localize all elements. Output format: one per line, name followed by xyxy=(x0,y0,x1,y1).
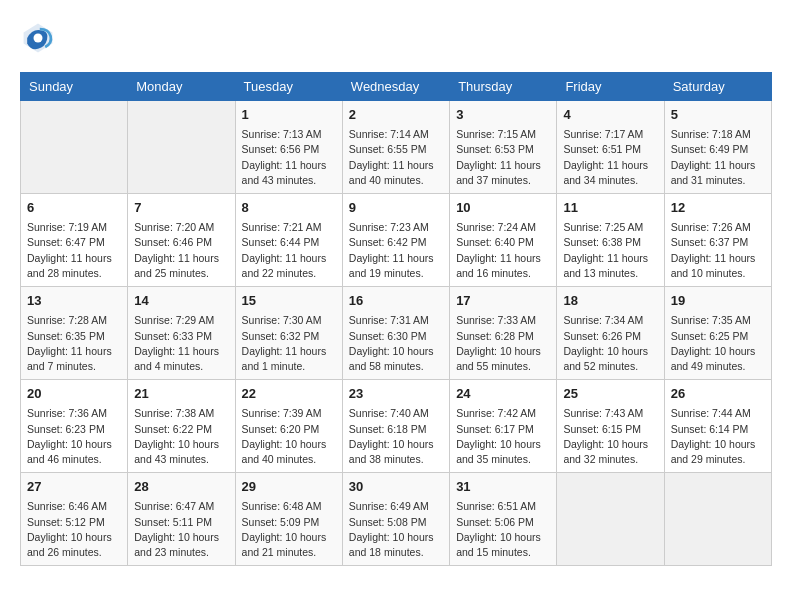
calendar-cell xyxy=(21,101,128,194)
page-header xyxy=(20,20,772,56)
day-number: 21 xyxy=(134,385,228,403)
calendar-cell: 17Sunrise: 7:33 AM Sunset: 6:28 PM Dayli… xyxy=(450,287,557,380)
day-number: 30 xyxy=(349,478,443,496)
calendar-cell: 25Sunrise: 7:43 AM Sunset: 6:15 PM Dayli… xyxy=(557,380,664,473)
weekday-header-saturday: Saturday xyxy=(664,73,771,101)
calendar-cell: 18Sunrise: 7:34 AM Sunset: 6:26 PM Dayli… xyxy=(557,287,664,380)
calendar-table: SundayMondayTuesdayWednesdayThursdayFrid… xyxy=(20,72,772,566)
calendar-cell: 10Sunrise: 7:24 AM Sunset: 6:40 PM Dayli… xyxy=(450,194,557,287)
day-info: Sunrise: 6:46 AM Sunset: 5:12 PM Dayligh… xyxy=(27,499,121,560)
calendar-body: 1Sunrise: 7:13 AM Sunset: 6:56 PM Daylig… xyxy=(21,101,772,566)
calendar-cell: 31Sunrise: 6:51 AM Sunset: 5:06 PM Dayli… xyxy=(450,473,557,566)
day-info: Sunrise: 7:35 AM Sunset: 6:25 PM Dayligh… xyxy=(671,313,765,374)
day-number: 1 xyxy=(242,106,336,124)
day-number: 5 xyxy=(671,106,765,124)
day-info: Sunrise: 6:49 AM Sunset: 5:08 PM Dayligh… xyxy=(349,499,443,560)
day-number: 17 xyxy=(456,292,550,310)
day-info: Sunrise: 7:19 AM Sunset: 6:47 PM Dayligh… xyxy=(27,220,121,281)
calendar-cell: 23Sunrise: 7:40 AM Sunset: 6:18 PM Dayli… xyxy=(342,380,449,473)
calendar-cell: 11Sunrise: 7:25 AM Sunset: 6:38 PM Dayli… xyxy=(557,194,664,287)
calendar-cell: 19Sunrise: 7:35 AM Sunset: 6:25 PM Dayli… xyxy=(664,287,771,380)
day-number: 6 xyxy=(27,199,121,217)
day-number: 8 xyxy=(242,199,336,217)
day-info: Sunrise: 7:25 AM Sunset: 6:38 PM Dayligh… xyxy=(563,220,657,281)
day-info: Sunrise: 7:39 AM Sunset: 6:20 PM Dayligh… xyxy=(242,406,336,467)
day-info: Sunrise: 7:21 AM Sunset: 6:44 PM Dayligh… xyxy=(242,220,336,281)
svg-point-2 xyxy=(34,34,43,43)
day-number: 7 xyxy=(134,199,228,217)
calendar-cell: 7Sunrise: 7:20 AM Sunset: 6:46 PM Daylig… xyxy=(128,194,235,287)
calendar-cell xyxy=(557,473,664,566)
day-number: 14 xyxy=(134,292,228,310)
day-number: 19 xyxy=(671,292,765,310)
weekday-header-tuesday: Tuesday xyxy=(235,73,342,101)
day-info: Sunrise: 6:51 AM Sunset: 5:06 PM Dayligh… xyxy=(456,499,550,560)
day-info: Sunrise: 6:48 AM Sunset: 5:09 PM Dayligh… xyxy=(242,499,336,560)
day-info: Sunrise: 7:44 AM Sunset: 6:14 PM Dayligh… xyxy=(671,406,765,467)
day-info: Sunrise: 7:29 AM Sunset: 6:33 PM Dayligh… xyxy=(134,313,228,374)
calendar-cell: 20Sunrise: 7:36 AM Sunset: 6:23 PM Dayli… xyxy=(21,380,128,473)
day-number: 26 xyxy=(671,385,765,403)
calendar-cell: 21Sunrise: 7:38 AM Sunset: 6:22 PM Dayli… xyxy=(128,380,235,473)
calendar-cell: 30Sunrise: 6:49 AM Sunset: 5:08 PM Dayli… xyxy=(342,473,449,566)
day-number: 2 xyxy=(349,106,443,124)
day-info: Sunrise: 7:15 AM Sunset: 6:53 PM Dayligh… xyxy=(456,127,550,188)
calendar-cell: 29Sunrise: 6:48 AM Sunset: 5:09 PM Dayli… xyxy=(235,473,342,566)
week-row-5: 27Sunrise: 6:46 AM Sunset: 5:12 PM Dayli… xyxy=(21,473,772,566)
calendar-cell: 13Sunrise: 7:28 AM Sunset: 6:35 PM Dayli… xyxy=(21,287,128,380)
calendar-cell: 16Sunrise: 7:31 AM Sunset: 6:30 PM Dayli… xyxy=(342,287,449,380)
day-number: 16 xyxy=(349,292,443,310)
day-info: Sunrise: 7:43 AM Sunset: 6:15 PM Dayligh… xyxy=(563,406,657,467)
logo xyxy=(20,20,62,56)
day-info: Sunrise: 7:30 AM Sunset: 6:32 PM Dayligh… xyxy=(242,313,336,374)
weekday-row: SundayMondayTuesdayWednesdayThursdayFrid… xyxy=(21,73,772,101)
day-number: 31 xyxy=(456,478,550,496)
week-row-1: 1Sunrise: 7:13 AM Sunset: 6:56 PM Daylig… xyxy=(21,101,772,194)
calendar-header: SundayMondayTuesdayWednesdayThursdayFrid… xyxy=(21,73,772,101)
day-info: Sunrise: 7:24 AM Sunset: 6:40 PM Dayligh… xyxy=(456,220,550,281)
day-info: Sunrise: 7:26 AM Sunset: 6:37 PM Dayligh… xyxy=(671,220,765,281)
calendar-cell: 12Sunrise: 7:26 AM Sunset: 6:37 PM Dayli… xyxy=(664,194,771,287)
calendar-cell: 22Sunrise: 7:39 AM Sunset: 6:20 PM Dayli… xyxy=(235,380,342,473)
day-info: Sunrise: 7:34 AM Sunset: 6:26 PM Dayligh… xyxy=(563,313,657,374)
day-number: 13 xyxy=(27,292,121,310)
day-info: Sunrise: 7:36 AM Sunset: 6:23 PM Dayligh… xyxy=(27,406,121,467)
day-info: Sunrise: 6:47 AM Sunset: 5:11 PM Dayligh… xyxy=(134,499,228,560)
day-number: 11 xyxy=(563,199,657,217)
day-info: Sunrise: 7:18 AM Sunset: 6:49 PM Dayligh… xyxy=(671,127,765,188)
calendar-cell: 28Sunrise: 6:47 AM Sunset: 5:11 PM Dayli… xyxy=(128,473,235,566)
weekday-header-friday: Friday xyxy=(557,73,664,101)
calendar-cell: 1Sunrise: 7:13 AM Sunset: 6:56 PM Daylig… xyxy=(235,101,342,194)
logo-icon xyxy=(20,20,56,56)
day-number: 20 xyxy=(27,385,121,403)
day-number: 25 xyxy=(563,385,657,403)
day-info: Sunrise: 7:42 AM Sunset: 6:17 PM Dayligh… xyxy=(456,406,550,467)
day-number: 3 xyxy=(456,106,550,124)
day-number: 28 xyxy=(134,478,228,496)
calendar-cell xyxy=(664,473,771,566)
day-info: Sunrise: 7:23 AM Sunset: 6:42 PM Dayligh… xyxy=(349,220,443,281)
day-number: 29 xyxy=(242,478,336,496)
calendar-cell: 2Sunrise: 7:14 AM Sunset: 6:55 PM Daylig… xyxy=(342,101,449,194)
day-number: 4 xyxy=(563,106,657,124)
day-info: Sunrise: 7:20 AM Sunset: 6:46 PM Dayligh… xyxy=(134,220,228,281)
calendar-cell: 4Sunrise: 7:17 AM Sunset: 6:51 PM Daylig… xyxy=(557,101,664,194)
weekday-header-sunday: Sunday xyxy=(21,73,128,101)
calendar-cell: 9Sunrise: 7:23 AM Sunset: 6:42 PM Daylig… xyxy=(342,194,449,287)
day-number: 12 xyxy=(671,199,765,217)
day-number: 15 xyxy=(242,292,336,310)
day-info: Sunrise: 7:40 AM Sunset: 6:18 PM Dayligh… xyxy=(349,406,443,467)
day-info: Sunrise: 7:33 AM Sunset: 6:28 PM Dayligh… xyxy=(456,313,550,374)
day-info: Sunrise: 7:14 AM Sunset: 6:55 PM Dayligh… xyxy=(349,127,443,188)
calendar-cell: 24Sunrise: 7:42 AM Sunset: 6:17 PM Dayli… xyxy=(450,380,557,473)
week-row-3: 13Sunrise: 7:28 AM Sunset: 6:35 PM Dayli… xyxy=(21,287,772,380)
day-number: 23 xyxy=(349,385,443,403)
weekday-header-thursday: Thursday xyxy=(450,73,557,101)
day-info: Sunrise: 7:38 AM Sunset: 6:22 PM Dayligh… xyxy=(134,406,228,467)
week-row-2: 6Sunrise: 7:19 AM Sunset: 6:47 PM Daylig… xyxy=(21,194,772,287)
day-number: 24 xyxy=(456,385,550,403)
calendar-cell xyxy=(128,101,235,194)
day-number: 27 xyxy=(27,478,121,496)
calendar-cell: 27Sunrise: 6:46 AM Sunset: 5:12 PM Dayli… xyxy=(21,473,128,566)
calendar-cell: 15Sunrise: 7:30 AM Sunset: 6:32 PM Dayli… xyxy=(235,287,342,380)
